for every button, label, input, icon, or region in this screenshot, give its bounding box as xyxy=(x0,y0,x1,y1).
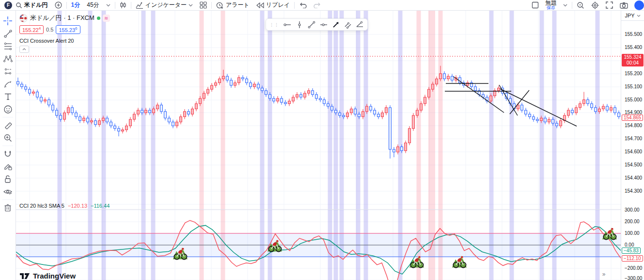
fullscreen-icon xyxy=(606,1,613,9)
prediction-tool-button[interactable] xyxy=(1,65,14,78)
symbol-name: 米ドル円 xyxy=(24,1,48,9)
axis-tick-label: 155.400 xyxy=(625,45,642,50)
cci-axis-label: −112.10 xyxy=(622,255,643,262)
horizontal-line-tool[interactable] xyxy=(281,19,293,30)
bar-countdown: 00:04 xyxy=(622,60,644,66)
axis-tick-label: 155.200 xyxy=(625,71,642,76)
interval-button-45m[interactable]: 45分 xyxy=(83,0,102,10)
axis-tick-label: 155.100 xyxy=(625,84,642,89)
text-tool-button[interactable] xyxy=(1,90,14,103)
unlock-icon xyxy=(4,175,12,183)
indicators-icon xyxy=(136,2,143,9)
lock-all-drawings-button[interactable] xyxy=(1,173,14,185)
tradingview-logo[interactable]: TradingView xyxy=(19,272,76,280)
text-icon xyxy=(4,93,12,100)
arrow-tool-selected[interactable] xyxy=(330,19,342,30)
angle-trend-tool[interactable] xyxy=(354,19,366,30)
pattern-tool-button[interactable] xyxy=(1,52,14,65)
toolbar-separator xyxy=(572,2,572,9)
axis-tick-label: 154.500 xyxy=(625,162,642,167)
indicator-templates-button[interactable] xyxy=(196,0,210,10)
zoom-in-icon xyxy=(3,133,13,143)
active-alert-icon[interactable]: ≋ xyxy=(103,15,110,22)
settings-button[interactable] xyxy=(588,0,602,10)
indicators-button[interactable]: インジケーター xyxy=(132,0,196,10)
vertical-line-tool[interactable] xyxy=(293,19,305,30)
undo-button[interactable] xyxy=(296,0,310,10)
account-avatar[interactable]: F xyxy=(4,1,12,9)
cci-sma-axis-label: −45.83 xyxy=(622,247,641,254)
price-axis[interactable]: JPY 155.500155.400155.200155.100155.0001… xyxy=(621,11,644,280)
measure-tool-button[interactable] xyxy=(1,119,14,132)
indicator-legend[interactable]: CCI Crossover Alert 20 xyxy=(19,38,110,44)
crosshair-tool-button[interactable] xyxy=(1,15,14,27)
layout-grid-icon xyxy=(200,1,207,9)
horizontal-ray-tool[interactable] xyxy=(317,19,330,30)
magnet-tool-button[interactable] xyxy=(1,148,14,160)
replay-rewind-icon xyxy=(256,2,264,8)
chevron-down-icon xyxy=(637,15,641,17)
zoom-in-tool-button[interactable] xyxy=(1,132,14,144)
layout-dropdown-button[interactable] xyxy=(560,0,571,10)
trash-icon xyxy=(4,203,12,212)
brush-tool-button[interactable] xyxy=(1,78,14,90)
emoji-tool-button[interactable] xyxy=(1,103,14,115)
drag-handle[interactable]: ⋮⋮ xyxy=(267,22,281,27)
axis-tick-label: −200.00 xyxy=(625,265,642,271)
toolbar-separator xyxy=(211,2,212,9)
tradingview-chart-window: { "topbar": { "account_initial": "F", "s… xyxy=(0,0,644,280)
layout-select-button[interactable] xyxy=(528,0,542,10)
parallel-channel-tool[interactable] xyxy=(342,19,354,30)
fib-retracement-tool-button[interactable] xyxy=(1,40,14,52)
quick-search-button[interactable] xyxy=(573,0,588,10)
currency-selector[interactable]: JPY xyxy=(621,11,644,21)
axis-tick-label: 100.00 xyxy=(625,231,640,236)
eye-icon xyxy=(3,188,13,196)
pane-collapse-button[interactable]: » xyxy=(599,270,609,278)
pencil-lock-icon xyxy=(3,162,12,171)
candlestick-icon xyxy=(120,1,126,9)
hide-all-drawings-button[interactable] xyxy=(1,185,14,198)
redo-icon xyxy=(314,2,321,8)
layout-name-button[interactable]: 無題 保存 xyxy=(542,0,560,10)
compare-add-button[interactable] xyxy=(51,0,65,10)
trend-line-tool[interactable] xyxy=(305,19,317,30)
rail-separator xyxy=(2,117,13,117)
interval-dropdown-button[interactable] xyxy=(103,0,114,10)
chart-type-button[interactable] xyxy=(116,0,130,10)
symbol-search-button[interactable]: 米ドル円 xyxy=(12,0,51,10)
redo-button[interactable] xyxy=(310,0,325,10)
chevron-down-icon xyxy=(188,4,193,7)
user-avatar[interactable] xyxy=(634,0,644,10)
interval-button-1m[interactable]: 1分 xyxy=(68,0,84,10)
drawing-mode-lock-button[interactable] xyxy=(1,160,14,173)
gear-icon xyxy=(591,1,599,9)
candlestick-series xyxy=(17,66,620,159)
axis-tick-label: −300.00 xyxy=(625,276,642,280)
alert-clock-icon xyxy=(216,1,224,9)
chevron-up-icon xyxy=(22,48,26,50)
pane-separator[interactable] xyxy=(16,209,621,210)
bid-price-box[interactable]: 155.224 xyxy=(19,25,44,34)
symbol-title[interactable]: 米ドル／円 · 1 · FXCM xyxy=(30,14,94,22)
bid-price-axis-label: 154.865 xyxy=(622,115,643,121)
remove-drawings-button[interactable] xyxy=(1,201,14,214)
axis-tick-label: 200.00 xyxy=(625,219,640,224)
save-link[interactable]: 保存 xyxy=(547,5,555,10)
drawing-toolbar xyxy=(0,11,16,280)
market-status-dot[interactable] xyxy=(97,16,100,20)
axis-tick-label: 0.00 xyxy=(625,242,634,247)
cci-legend[interactable]: CCI 20 hlc3 SMA 5 −120.13 −116.44 xyxy=(19,203,110,209)
smiley-icon xyxy=(3,105,13,114)
legend-collapse-button[interactable] xyxy=(19,46,29,53)
screenshot-button[interactable] xyxy=(616,0,631,10)
ask-price-box[interactable]: 155.236 xyxy=(56,25,80,34)
alert-button[interactable]: アラート xyxy=(213,0,253,10)
replay-button[interactable]: リプレイ xyxy=(253,0,293,10)
chevron-down-icon xyxy=(563,4,567,7)
fullscreen-button[interactable] xyxy=(602,0,616,10)
trend-line-tool-button[interactable] xyxy=(1,27,14,40)
axis-tick-label: 155.500 xyxy=(625,32,642,37)
undo-icon xyxy=(299,2,307,8)
magnet-icon xyxy=(3,149,12,158)
